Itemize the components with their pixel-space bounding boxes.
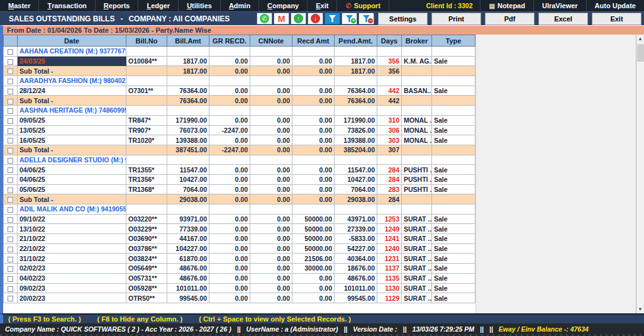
bill-row[interactable]: 09/02/23O05928**101011.000.000.000.00101…	[4, 283, 475, 293]
gmail-icon[interactable]: M	[274, 13, 289, 25]
subtotal-row[interactable]: Sub Total -29038.000.000.000.0029038.002…	[4, 194, 475, 204]
subtotal-row[interactable]: Sub Total -76364.000.000.000.0076364.004…	[4, 96, 475, 106]
column-header-recd-amt[interactable]: Recd Amt	[292, 35, 335, 47]
menu-item-ulraviewer[interactable]: UlraViewer	[533, 0, 586, 11]
subtotal-pend-amt: 385204.00	[335, 145, 377, 155]
bill-row[interactable]: 09/05/25TR847*171990.000.000.000.0017199…	[4, 115, 475, 125]
scroll-up-arrow-icon[interactable]: ▲	[636, 35, 644, 43]
subtotal-row[interactable]: Sub Total -1817.000.000.000.001817.00356	[4, 66, 475, 76]
row-checkbox[interactable]	[8, 177, 13, 183]
bill-row[interactable]: 13/05/25TR907*76073.00-2247.000.000.0073…	[4, 125, 475, 135]
column-header-gr-recd-[interactable]: GR RECD.	[209, 35, 250, 47]
party-row[interactable]: ADIL MALIK AND CO (M:) 9419055676	[4, 204, 475, 215]
settings-button[interactable]: Settings	[378, 13, 428, 25]
whatsapp-icon[interactable]: ✆	[257, 13, 272, 25]
row-checkbox[interactable]	[8, 108, 13, 114]
menu-item-reports[interactable]: Reports	[96, 0, 139, 11]
column-header-select[interactable]	[4, 35, 18, 47]
filter-icon[interactable]	[325, 13, 340, 25]
row-checkbox[interactable]	[8, 89, 13, 94]
column-header-bill-no[interactable]: Bill.No	[126, 35, 167, 47]
arrow-down-icon[interactable]: ↓	[308, 13, 323, 25]
row-checkbox[interactable]	[8, 128, 13, 134]
bill-date: 13/10/22	[18, 224, 126, 234]
menu-item-auto-update[interactable]: Auto Update	[586, 0, 644, 11]
row-checkbox[interactable]	[8, 148, 13, 154]
row-checkbox[interactable]	[8, 158, 13, 164]
menu-item-admin[interactable]: Admin	[221, 0, 259, 11]
filter-add-icon[interactable]: +	[341, 13, 357, 25]
row-checkbox[interactable]	[8, 49, 13, 55]
row-checkbox[interactable]	[8, 227, 13, 232]
bill-row[interactable]: 02/02/23O05649**48676.000.000.0030000.00…	[4, 264, 475, 274]
menu-item-notepad[interactable]: ▤ Notepad	[480, 0, 533, 11]
arrow-up-icon[interactable]: ↑	[291, 13, 306, 25]
row-checkbox[interactable]	[8, 237, 13, 242]
arrow-down-icon-glyph: ↓	[311, 14, 320, 23]
bill-row[interactable]: 20/02/23OTR50**99545.000.000.000.0099545…	[4, 293, 475, 303]
scrollbar-thumb[interactable]	[637, 44, 644, 62]
bill-row[interactable]: 04/06/25TR1356*10427.000.000.000.0010427…	[4, 174, 475, 184]
column-header-cnnote[interactable]: CNNote	[250, 35, 292, 47]
menu-item-exit[interactable]: Exit	[308, 0, 337, 11]
row-checkbox[interactable]	[8, 118, 13, 124]
column-header-type[interactable]: Type	[432, 35, 475, 47]
empty-cell	[432, 145, 475, 155]
scroll-down-arrow-icon[interactable]: ▼	[636, 305, 644, 313]
row-checkbox[interactable]	[8, 79, 13, 84]
subtotal-row[interactable]: Sub Total -387451.00-2247.000.000.003852…	[4, 145, 475, 155]
excel-button[interactable]: Excel	[538, 13, 588, 25]
bill-row[interactable]: 24/03/25O10084**1817.000.000.000.001817.…	[4, 56, 475, 66]
column-header-date[interactable]: Date	[18, 35, 126, 47]
row-checkbox[interactable]	[8, 286, 13, 292]
bill-row[interactable]: 05/06/25TR1368*7064.000.000.000.007064.0…	[4, 184, 475, 194]
party-row[interactable]: AASHNA HERITAGE (M:) 7486099502	[4, 106, 475, 116]
menu-item-master[interactable]: Master	[0, 0, 39, 11]
pdf-button[interactable]: Pdf	[485, 13, 535, 25]
bill-row[interactable]: 21/10/22O03690**44167.000.000.0050000.00…	[4, 234, 475, 244]
party-row[interactable]: AAHANA CREATION (M:) 9377767999	[4, 47, 475, 57]
bill-row[interactable]: 04/06/25TR1355*11547.000.000.000.0011547…	[4, 165, 475, 175]
party-name: AASHNA HERITAGE (M:) 7486099502	[18, 106, 126, 116]
print-button[interactable]: Print	[431, 13, 481, 25]
party-row[interactable]: AARADHYA FASHION (M:) 9804027020	[4, 76, 475, 86]
row-checkbox[interactable]	[8, 247, 13, 252]
row-checkbox[interactable]	[8, 167, 13, 173]
row-checkbox[interactable]	[8, 217, 13, 223]
bill-row[interactable]: 31/10/22O03824**61870.000.000.0021506.00…	[4, 254, 475, 264]
exit-button[interactable]: Exit	[592, 13, 641, 25]
row-checkbox[interactable]	[8, 276, 13, 282]
bill-row[interactable]: 16/05/25TR1020*139388.000.000.000.001393…	[4, 135, 475, 145]
column-header-pend-amt-[interactable]: Pend.Amt.	[335, 35, 377, 47]
menu-item-ledger[interactable]: Ledger	[138, 0, 179, 11]
column-header-bill-amt[interactable]: Bill.Amt	[167, 35, 209, 47]
row-checkbox[interactable]	[8, 69, 13, 74]
row-checkbox[interactable]	[8, 59, 13, 65]
filter-remove-icon[interactable]: −	[358, 13, 374, 25]
menu-item-company[interactable]: Company	[259, 0, 308, 11]
bill-amt: 48676.00	[167, 273, 209, 283]
vertical-scrollbar[interactable]: ▲ ▼	[636, 35, 644, 313]
row-checkbox-cell	[4, 293, 18, 303]
bill-row[interactable]: 09/10/22O03220**93971.000.000.0050000.00…	[4, 214, 475, 224]
row-checkbox[interactable]	[8, 266, 13, 272]
column-header-broker[interactable]: Broker	[402, 35, 432, 47]
row-checkbox[interactable]	[8, 99, 13, 104]
row-checkbox[interactable]	[8, 257, 13, 262]
bill-row[interactable]: 22/10/22O03786**104227.000.000.0050000.0…	[4, 244, 475, 254]
row-checkbox[interactable]	[8, 138, 13, 143]
menu-item-utilities[interactable]: Utilities	[179, 0, 221, 11]
menu-item-support[interactable]: ✆ Support	[337, 0, 389, 11]
bill-row[interactable]: 28/12/24O7301**76364.000.000.000.0076364…	[4, 86, 475, 96]
party-row[interactable]: ADELLA DESIGNER STUDIO (M:) 9820...	[4, 155, 475, 165]
row-checkbox[interactable]	[8, 207, 13, 213]
row-checkbox[interactable]	[8, 296, 13, 301]
row-checkbox[interactable]	[8, 197, 13, 203]
column-header-days[interactable]: Days	[377, 35, 402, 47]
subtotal-gr-recd: -2247.00	[209, 145, 250, 155]
row-checkbox[interactable]	[8, 188, 13, 193]
bill-row[interactable]: 13/10/22O03229**77339.000.000.0050000.00…	[4, 224, 475, 234]
menu-item-transaction[interactable]: Transaction	[39, 0, 95, 11]
bill-row[interactable]: 04/02/23O05731**48676.000.000.000.004867…	[4, 273, 475, 283]
bill-amt: 76364.00	[167, 86, 209, 96]
